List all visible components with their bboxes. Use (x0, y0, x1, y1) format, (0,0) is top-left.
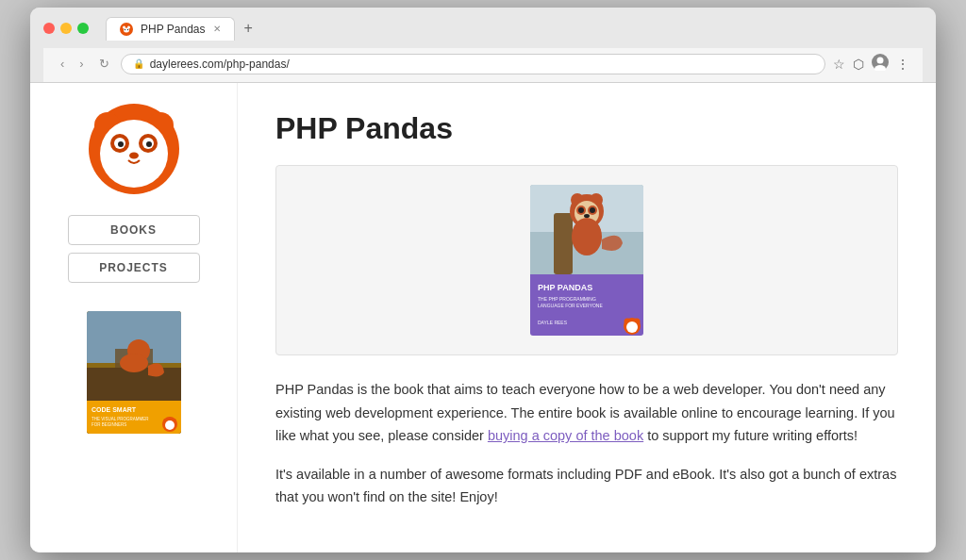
tab-bar: PHP Pandas ✕ + (106, 17, 258, 41)
svg-point-25 (120, 354, 148, 372)
projects-nav-button[interactable]: PROJECTS (68, 253, 200, 283)
svg-point-5 (127, 29, 128, 30)
books-nav-button[interactable]: BOOKS (68, 215, 200, 245)
url-text: daylerees.com/php-pandas/ (150, 58, 290, 71)
svg-text:THE PHP PROGRAMMING: THE PHP PROGRAMMING (538, 296, 596, 302)
lock-icon: 🔒 (133, 58, 144, 69)
php-pandas-book-cover: PHP PANDAS THE PHP PROGRAMMING LANGUAGE … (530, 185, 643, 336)
book-image-container: PHP PANDAS THE PHP PROGRAMMING LANGUAGE … (275, 165, 898, 355)
svg-point-46 (572, 218, 602, 255)
svg-point-7 (877, 58, 884, 64)
site-logo (87, 102, 181, 196)
svg-text:CODE SMART: CODE SMART (92, 406, 137, 413)
browser-window: PHP Pandas ✕ + ‹ › ↻ 🔒 daylerees.com/php… (30, 8, 936, 552)
svg-point-55 (626, 321, 638, 333)
extensions-button[interactable]: ⬡ (853, 57, 864, 72)
reload-button[interactable]: ↻ (95, 55, 113, 73)
window-controls (43, 23, 89, 34)
back-button[interactable]: ‹ (57, 55, 68, 73)
tab-close-button[interactable]: ✕ (213, 24, 221, 34)
svg-point-4 (125, 29, 125, 30)
bookmark-button[interactable]: ☆ (833, 57, 845, 72)
tab-favicon (120, 23, 133, 36)
address-bar: ‹ › ↻ 🔒 daylerees.com/php-pandas/ ☆ ⬡ ⋮ (43, 48, 923, 82)
svg-text:LANGUAGE FOR EVERYONE: LANGUAGE FOR EVERYONE (538, 303, 603, 308)
active-tab[interactable]: PHP Pandas ✕ (106, 17, 235, 41)
svg-point-44 (590, 207, 595, 213)
sidebar-book-cover[interactable]: CODE SMART THE VISUAL PROGRAMMER FOR BEG… (87, 311, 181, 434)
url-bar[interactable]: 🔒 daylerees.com/php-pandas/ (121, 54, 825, 74)
svg-point-3 (124, 27, 129, 32)
buy-book-link[interactable]: buying a copy of the book (488, 428, 643, 443)
svg-point-17 (118, 141, 124, 147)
svg-point-43 (578, 207, 584, 213)
menu-button[interactable]: ⋮ (896, 57, 909, 72)
page-content: BOOKS PROJECTS (30, 83, 936, 552)
description-paragraph-1: PHP Pandas is the book that aims to teac… (275, 378, 898, 448)
nav-buttons: BOOKS PROJECTS (49, 215, 218, 283)
svg-point-33 (165, 420, 175, 430)
svg-text:THE VISUAL PROGRAMMER: THE VISUAL PROGRAMMER (92, 417, 149, 421)
page-title: PHP Pandas (275, 111, 898, 146)
svg-text:DAYLE REES: DAYLE REES (538, 320, 568, 325)
profile-button[interactable] (872, 54, 889, 74)
svg-rect-36 (554, 213, 573, 274)
svg-point-19 (129, 152, 139, 158)
main-content: PHP Pandas (238, 83, 936, 552)
code-smart-book-cover: CODE SMART THE VISUAL PROGRAMMER FOR BEG… (87, 311, 181, 434)
description-paragraph-2: It's available in a number of awesome fo… (275, 463, 898, 509)
sidebar: BOOKS PROJECTS (30, 83, 238, 552)
forward-button[interactable]: › (75, 55, 87, 73)
maximize-button[interactable] (77, 23, 89, 34)
minimize-button[interactable] (60, 23, 72, 34)
title-bar: PHP Pandas ✕ + ‹ › ↻ 🔒 daylerees.com/php… (30, 8, 936, 83)
new-tab-button[interactable]: + (239, 18, 258, 39)
svg-text:PHP PANDAS: PHP PANDAS (538, 283, 592, 292)
book-main-cover[interactable]: PHP PANDAS THE PHP PROGRAMMING LANGUAGE … (530, 185, 643, 336)
tab-title: PHP Pandas (141, 23, 206, 36)
close-button[interactable] (43, 23, 55, 34)
svg-point-18 (146, 141, 152, 147)
profile-icon (872, 54, 889, 71)
svg-point-45 (584, 214, 590, 218)
svg-text:FOR BEGINNERS: FOR BEGINNERS (92, 422, 126, 427)
browser-actions: ☆ ⬡ ⋮ (833, 54, 909, 74)
